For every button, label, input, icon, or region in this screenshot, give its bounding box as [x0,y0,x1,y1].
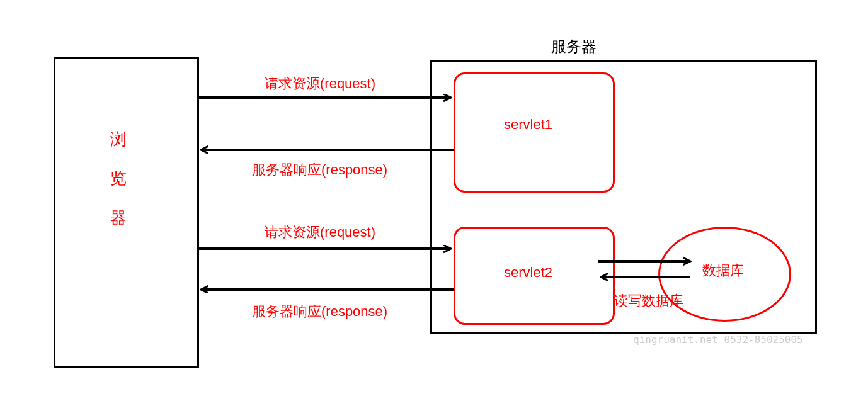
watermark-text: qingruanit.net 0532-85025005 [633,334,803,346]
